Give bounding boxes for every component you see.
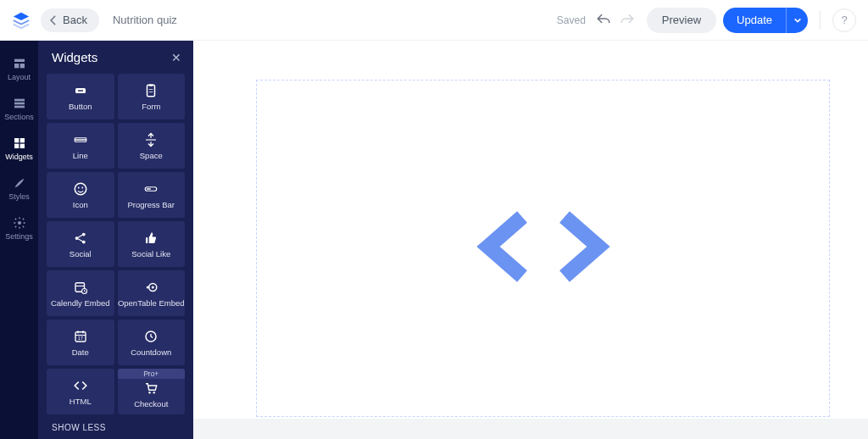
svg-line-28 <box>78 235 82 237</box>
sidebar-nav: Layout Sections Widgets Styles Settings <box>0 41 38 439</box>
code-brackets-icon <box>471 204 615 292</box>
widget-html[interactable]: HTML <box>47 369 114 414</box>
chevron-down-icon <box>793 16 802 25</box>
svg-rect-12 <box>78 90 83 92</box>
svg-point-22 <box>81 186 83 188</box>
clock-icon <box>143 329 159 344</box>
svg-rect-8 <box>14 144 19 148</box>
widgets-icon <box>13 136 26 150</box>
widget-checkout[interactable]: Pro+ Checkout <box>118 369 186 414</box>
svg-point-42 <box>149 392 151 393</box>
nav-settings[interactable]: Settings <box>0 210 38 247</box>
widget-space[interactable]: Space <box>118 123 186 169</box>
pro-badge: Pro+ <box>118 369 186 379</box>
update-button[interactable]: Update <box>723 8 786 33</box>
nav-widgets[interactable]: Widgets <box>0 131 38 167</box>
svg-line-29 <box>78 239 82 242</box>
gear-icon <box>13 216 26 230</box>
brush-icon <box>13 176 26 190</box>
html-widget-preview[interactable] <box>256 80 830 417</box>
page-title: Nutrition quiz <box>113 14 177 26</box>
saved-status: Saved <box>557 14 586 26</box>
svg-point-10 <box>18 221 21 225</box>
svg-rect-6 <box>14 138 19 142</box>
canvas-footer <box>193 419 868 439</box>
layout-icon <box>13 57 26 70</box>
svg-point-35 <box>152 286 154 288</box>
preview-button[interactable]: Preview <box>647 8 716 33</box>
smiley-icon <box>73 181 88 197</box>
svg-rect-9 <box>19 144 24 148</box>
update-dropdown[interactable] <box>786 8 808 33</box>
opentable-icon <box>143 280 159 295</box>
widget-countdown[interactable]: Countdown <box>118 320 186 365</box>
history-controls <box>596 13 635 28</box>
widget-calendly[interactable]: Calendly Embed <box>47 270 114 316</box>
svg-rect-4 <box>14 103 25 105</box>
svg-rect-14 <box>149 84 153 86</box>
svg-rect-5 <box>14 106 25 108</box>
undo-button[interactable] <box>596 13 611 28</box>
code-icon <box>73 378 88 393</box>
widget-progress-bar[interactable]: Progress Bar <box>118 172 186 218</box>
back-button[interactable]: Back <box>41 8 99 32</box>
svg-text:17: 17 <box>78 336 83 341</box>
redo-button[interactable] <box>620 13 635 28</box>
nav-layout[interactable]: Layout <box>0 51 38 87</box>
progress-icon <box>143 181 159 197</box>
arrow-left-icon <box>47 14 59 26</box>
button-icon <box>73 83 88 98</box>
nav-sections[interactable]: Sections <box>0 91 38 127</box>
svg-rect-7 <box>19 138 24 142</box>
widget-line[interactable]: Line <box>47 123 114 169</box>
widget-button[interactable]: Button <box>47 74 114 119</box>
svg-point-43 <box>153 392 155 393</box>
svg-rect-13 <box>147 85 155 97</box>
clipboard-icon <box>143 83 159 98</box>
widget-form[interactable]: Form <box>118 74 186 119</box>
widget-date[interactable]: 17Date <box>47 320 114 365</box>
svg-point-21 <box>78 186 80 188</box>
app-logo <box>12 11 31 30</box>
svg-rect-1 <box>14 64 19 68</box>
show-less-toggle[interactable]: SHOW LESS <box>38 414 193 439</box>
svg-rect-24 <box>147 188 151 190</box>
calendar-icon: 17 <box>73 329 88 344</box>
cart-icon <box>143 381 159 396</box>
widgets-panel: Widgets ✕ Button Form Line Space Icon Pr… <box>38 41 193 439</box>
calendly-icon <box>73 280 88 295</box>
thumbs-up-icon <box>143 231 159 246</box>
panel-title: Widgets <box>52 50 97 64</box>
svg-rect-2 <box>19 64 24 68</box>
svg-rect-0 <box>14 59 25 62</box>
top-bar: Back Nutrition quiz Saved Preview Update… <box>0 0 868 41</box>
widget-icon[interactable]: Icon <box>47 172 114 218</box>
back-label: Back <box>63 14 87 26</box>
widget-opentable[interactable]: OpenTable Embed <box>118 270 186 316</box>
line-icon <box>73 132 88 147</box>
sections-icon <box>13 97 26 110</box>
nav-styles[interactable]: Styles <box>0 170 38 207</box>
share-icon <box>73 231 88 246</box>
svg-rect-3 <box>14 99 25 102</box>
canvas[interactable] <box>193 41 868 439</box>
widget-social[interactable]: Social <box>47 221 114 267</box>
space-icon <box>143 132 159 147</box>
help-button[interactable]: ? <box>832 8 856 32</box>
svg-point-20 <box>75 183 86 195</box>
close-panel-button[interactable]: ✕ <box>171 51 181 64</box>
widget-social-like[interactable]: Social Like <box>118 221 186 267</box>
